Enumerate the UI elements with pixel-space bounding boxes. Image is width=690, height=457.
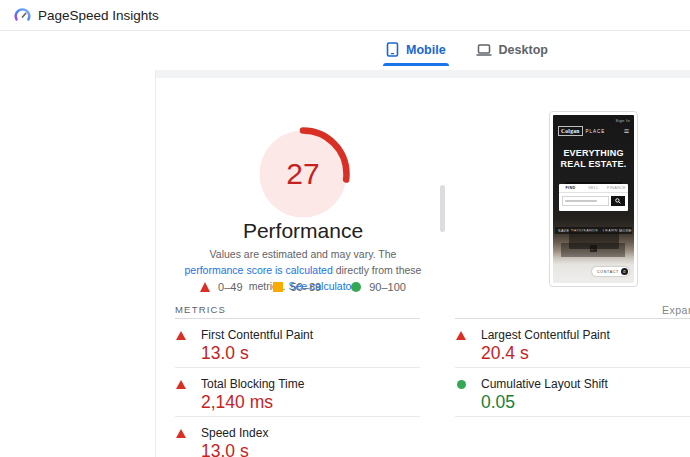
shot-search-card: FIND SELL FINANCE bbox=[559, 184, 628, 211]
metric-total-blocking-time: Total Blocking Time 2,140 ms bbox=[175, 368, 420, 417]
legend-poor-range: 0–49 bbox=[218, 281, 242, 293]
good-circle-icon bbox=[351, 282, 361, 292]
desc-text: Values are estimated and may vary. The bbox=[210, 248, 397, 260]
metric-largest-contentful-paint: Largest Contentful Paint 20.4 s bbox=[455, 319, 690, 368]
metric-value: 13.0 s bbox=[201, 344, 420, 363]
magnifier-icon bbox=[615, 198, 621, 204]
shot-headline: EVERYTHING REAL ESTATE. bbox=[553, 148, 634, 170]
metric-cumulative-layout-shift: Cumulative Layout Shift 0.05 bbox=[455, 368, 690, 417]
legend-poor: 0–49 bbox=[200, 281, 242, 293]
shot-search-button bbox=[611, 196, 625, 206]
metrics-left-column: First Contentful Paint 13.0 s Total Bloc… bbox=[175, 318, 420, 457]
panel-top-band bbox=[156, 70, 690, 78]
mobile-phone-icon bbox=[386, 42, 399, 57]
expand-view-button[interactable]: Expand view bbox=[662, 304, 690, 316]
poor-triangle-icon bbox=[456, 331, 466, 340]
legend-average-range: 50–89 bbox=[291, 281, 322, 293]
shot-logo: Colgan bbox=[558, 126, 583, 136]
poor-triangle-icon bbox=[200, 282, 210, 292]
metrics-right-column: Largest Contentful Paint 20.4 s Cumulati… bbox=[455, 318, 690, 417]
legend-average: 50–89 bbox=[273, 281, 322, 293]
performance-gauge: 27 bbox=[256, 127, 350, 221]
tab-desktop-label: Desktop bbox=[499, 43, 548, 57]
average-square-icon bbox=[273, 282, 283, 292]
shot-placeholder-line bbox=[565, 200, 597, 202]
desktop-laptop-icon bbox=[476, 43, 492, 57]
hamburger-menu-icon: ≡ bbox=[624, 127, 629, 135]
shot-search-tabs: FIND SELL FINANCE bbox=[559, 184, 628, 193]
metric-value: 13.0 s bbox=[201, 442, 420, 457]
tab-desktop[interactable]: Desktop bbox=[473, 38, 551, 66]
shot-logo-sub: PLACE bbox=[586, 129, 606, 134]
screenshot-image: Sign In Colgan PLACE ≡ EVERYTHING REAL E… bbox=[553, 115, 634, 283]
pagespeed-logo-icon[interactable] bbox=[13, 6, 32, 25]
device-tabs: Mobile Desktop bbox=[383, 38, 551, 66]
metric-first-contentful-paint: First Contentful Paint 13.0 s bbox=[175, 319, 420, 368]
metric-value: 2,140 ms bbox=[201, 393, 420, 412]
panel-scrollbar[interactable] bbox=[440, 185, 445, 232]
tab-mobile[interactable]: Mobile bbox=[383, 38, 449, 66]
shot-contact-button: CONTACT ✆ bbox=[592, 267, 629, 276]
good-circle-icon bbox=[457, 380, 466, 389]
metric-value: 20.4 s bbox=[481, 344, 690, 363]
legend-good-range: 90–100 bbox=[369, 281, 406, 293]
score-legend: 0–49 50–89 90–100 bbox=[163, 281, 443, 293]
tab-mobile-label: Mobile bbox=[406, 43, 446, 57]
metric-speed-index: Speed Index 13.0 s bbox=[175, 417, 420, 457]
page-title: PageSpeed Insights bbox=[38, 8, 159, 23]
shot-logo-row: Colgan PLACE ≡ bbox=[558, 126, 629, 136]
shot-contact-phone-icon: ✆ bbox=[621, 268, 628, 275]
poor-triangle-icon bbox=[176, 429, 186, 438]
performance-score: 27 bbox=[256, 127, 350, 221]
shot-search-input bbox=[562, 196, 609, 206]
shot-search-input-row bbox=[562, 196, 625, 206]
poor-triangle-icon bbox=[176, 331, 186, 340]
app-header: PageSpeed Insights bbox=[0, 0, 690, 31]
legend-good: 90–100 bbox=[351, 281, 406, 293]
performance-title: Performance bbox=[163, 219, 443, 243]
shot-signin-text: Sign In bbox=[615, 118, 630, 123]
shot-photo-shape bbox=[561, 243, 625, 257]
poor-triangle-icon bbox=[176, 380, 186, 389]
final-screenshot-thumbnail[interactable]: Sign In Colgan PLACE ≡ EVERYTHING REAL E… bbox=[549, 111, 638, 287]
metrics-section-label: METRICS bbox=[175, 304, 226, 315]
metric-value: 0.05 bbox=[481, 393, 690, 412]
performance-score-link[interactable]: performance score is calculated bbox=[185, 264, 333, 276]
panel-left-divider bbox=[155, 70, 156, 457]
